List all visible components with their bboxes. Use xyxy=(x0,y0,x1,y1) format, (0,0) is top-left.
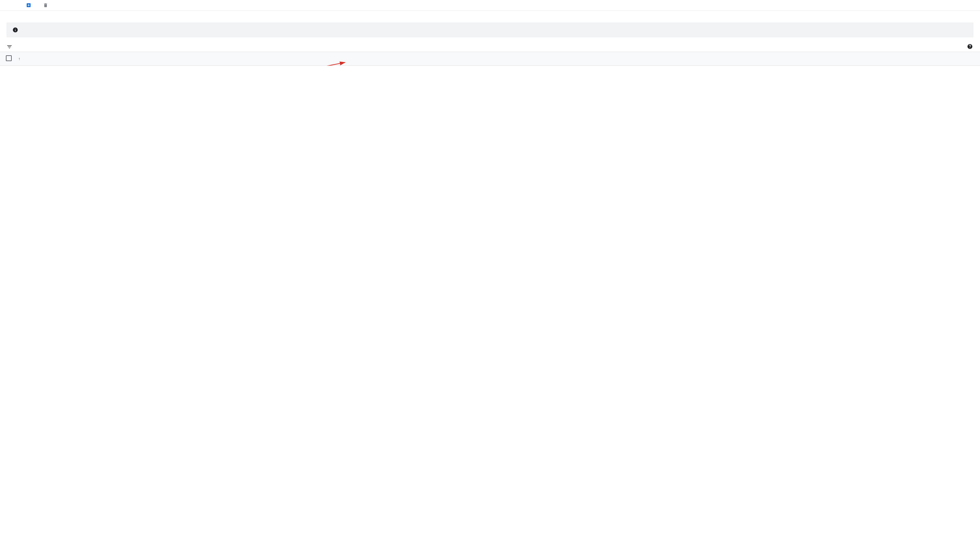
info-icon xyxy=(12,27,18,33)
sort-arrow-up-icon: ↑ xyxy=(18,57,20,61)
help-icon[interactable] xyxy=(967,44,975,51)
page-header xyxy=(0,0,980,11)
delete-button[interactable] xyxy=(43,3,50,8)
add-box-icon xyxy=(26,3,31,8)
create-budget-button[interactable] xyxy=(26,3,33,8)
filter-bar xyxy=(0,42,980,52)
trash-icon xyxy=(43,3,48,8)
select-all-checkbox[interactable] xyxy=(6,55,12,61)
col-type[interactable] xyxy=(122,52,161,66)
budgets-table: ↑ xyxy=(0,52,980,66)
col-trigger[interactable] xyxy=(804,52,853,66)
col-applies[interactable] xyxy=(161,52,804,66)
col-period[interactable] xyxy=(57,52,122,66)
filter-icon xyxy=(7,44,12,50)
col-name[interactable]: ↑ xyxy=(14,52,57,66)
info-banner xyxy=(7,23,973,38)
col-spend[interactable] xyxy=(853,52,915,66)
filter-input[interactable] xyxy=(19,44,980,49)
